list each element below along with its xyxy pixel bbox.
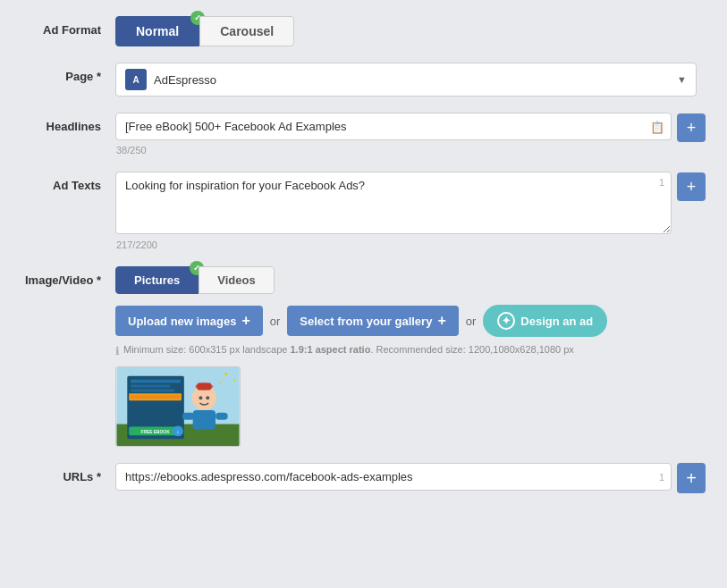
ad-texts-char-count: 217/2200 <box>116 239 706 250</box>
or-text-1: or <box>270 315 281 328</box>
svg-point-22 <box>219 382 221 384</box>
design-circle-icon: ✦ <box>497 312 515 330</box>
tab-videos[interactable]: Videos <box>199 266 274 294</box>
page-name: AdEspresso <box>154 73 216 87</box>
svg-point-21 <box>234 380 236 382</box>
image-info-text: ℹ Minimum size: 600x315 px landscape 1.9… <box>115 344 706 357</box>
or-text-2: or <box>466 315 477 328</box>
thumbnail-svg: FREE EBOOK ↓ <box>116 367 240 446</box>
svg-rect-12 <box>182 413 195 420</box>
svg-text:FREE EBOOK: FREE EBOOK <box>140 430 170 434</box>
urls-add-button[interactable]: + <box>677 463 706 493</box>
urls-line-num: 1 <box>659 472 664 483</box>
svg-rect-7 <box>131 395 180 399</box>
svg-text:↓: ↓ <box>176 428 179 434</box>
ad-format-label: Ad Format <box>21 16 115 37</box>
image-video-label: Image/Video * <box>21 266 115 287</box>
ad-texts-textarea[interactable] <box>115 172 672 234</box>
ad-texts-label: Ad Texts <box>21 172 115 192</box>
headlines-input-row: 📋 + <box>115 113 706 142</box>
svg-rect-13 <box>216 413 228 420</box>
urls-label: URLs * <box>21 463 115 483</box>
svg-rect-10 <box>198 383 212 391</box>
page-avatar: A <box>125 69 147 90</box>
svg-point-15 <box>206 396 209 399</box>
ad-texts-line-num: 1 <box>659 177 664 188</box>
svg-rect-4 <box>131 385 170 388</box>
upload-new-images-button[interactable]: Upload new images + <box>115 306 263 336</box>
tab-carousel[interactable]: Carousel <box>199 16 294 46</box>
headlines-input[interactable] <box>115 113 672 140</box>
headlines-add-button[interactable]: + <box>677 113 706 142</box>
urls-input[interactable] <box>115 463 672 491</box>
ad-texts-input-row: 1 + <box>115 172 706 237</box>
doc-icon: 📋 <box>650 120 664 133</box>
urls-input-row: 1 + <box>115 463 706 493</box>
image-video-tabs: ✓ Pictures Videos <box>115 266 706 294</box>
svg-rect-11 <box>193 410 216 430</box>
headlines-char-count: 38/250 <box>116 145 706 155</box>
design-an-ad-button[interactable]: ✦ Design an ad <box>483 305 607 337</box>
ad-texts-add-button[interactable]: + <box>677 172 706 201</box>
upload-buttons-row: Upload new images + or Select from your … <box>115 305 706 337</box>
tab-normal[interactable]: ✓ Normal <box>115 16 199 46</box>
svg-rect-5 <box>131 389 174 391</box>
page-label: Page * <box>21 63 115 83</box>
info-icon: ℹ <box>115 345 120 357</box>
tab-pictures[interactable]: ✓ Pictures <box>115 266 199 294</box>
svg-rect-3 <box>131 380 181 383</box>
dropdown-arrow-icon: ▼ <box>677 74 687 85</box>
upload-plus-icon: + <box>241 313 249 329</box>
svg-point-20 <box>224 373 227 375</box>
ad-format-tabs: ✓ Normal Carousel <box>115 16 706 46</box>
headlines-label: Headlines <box>21 113 115 133</box>
gallery-plus-icon: + <box>437 313 445 329</box>
select-from-gallery-button[interactable]: Select from your gallery + <box>287 306 458 336</box>
page-dropdown[interactable]: A AdEspresso ▼ <box>115 63 697 97</box>
svg-point-14 <box>199 396 202 399</box>
image-thumbnail: FREE EBOOK ↓ <box>115 366 241 447</box>
